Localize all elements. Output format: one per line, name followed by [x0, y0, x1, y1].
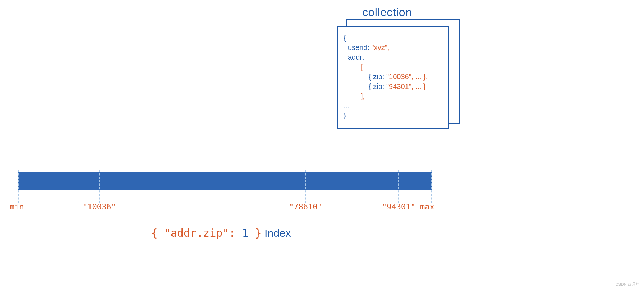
doc-userid-key: userid: — [348, 44, 369, 51]
index-tick-label: "78610" — [289, 202, 322, 211]
caption-val: 1 — [242, 227, 248, 239]
doc-brace-open: { — [344, 34, 346, 42]
doc-zip1-val: "10036", ... }, — [384, 73, 428, 81]
doc-zip1-key: { zip: — [369, 73, 384, 81]
caption-brace-open: { — [151, 227, 164, 239]
doc-array-close: ], — [361, 92, 365, 100]
doc-dots: ... — [344, 102, 350, 110]
doc-zip2-val: "94301", ... } — [384, 82, 426, 90]
index-bar — [18, 172, 432, 190]
collection-title: collection — [362, 6, 412, 19]
doc-zip2-key: { zip: — [369, 82, 384, 90]
doc-userid-val: "xyz", — [369, 44, 389, 51]
index-tick-label: "94301" — [382, 202, 415, 211]
caption-colon: : — [229, 227, 242, 239]
index-tick-label: "10036" — [83, 202, 116, 211]
index-tick-label: min — [10, 202, 24, 211]
doc-addr-key: addr: — [348, 53, 364, 61]
index-tick — [18, 170, 19, 203]
index-tick — [99, 170, 100, 203]
doc-brace-close: } — [344, 112, 346, 119]
caption-index-word: Index — [262, 227, 291, 239]
index-tick — [305, 170, 306, 203]
index-caption: { "addr.zip": 1 } Index — [0, 227, 442, 239]
index-tick-label: max — [420, 202, 434, 211]
caption-brace-close: } — [249, 227, 262, 239]
index-tick — [398, 170, 399, 203]
doc-array-open: [ — [361, 63, 363, 71]
index-tick — [431, 170, 432, 203]
document-card: { userid: "xyz", addr: [ { zip: "10036",… — [337, 26, 449, 129]
watermark: CSDN @只年 — [616, 282, 640, 287]
caption-key: "addr.zip" — [164, 227, 229, 239]
